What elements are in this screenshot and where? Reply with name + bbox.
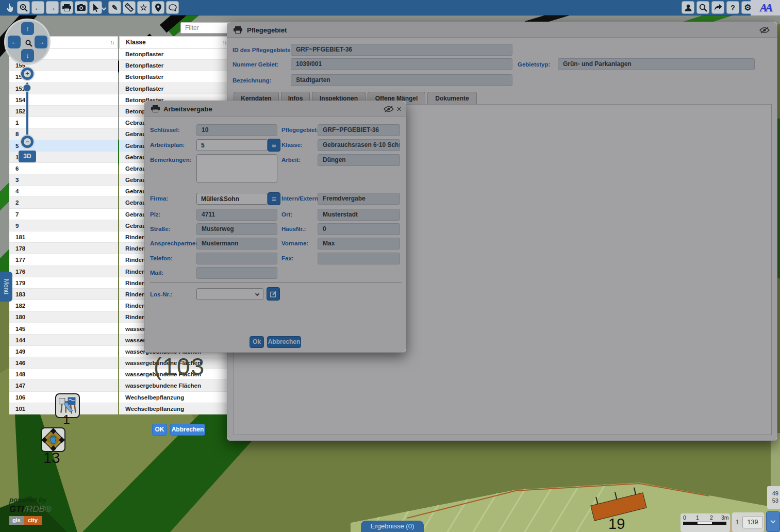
- ruler-icon: [124, 3, 134, 12]
- plus-icon: +: [24, 70, 31, 77]
- pan-left-button[interactable]: ←: [8, 36, 21, 48]
- pan-down-button[interactable]: ↓: [21, 49, 34, 62]
- pan-control-pad: ↑ ← → ↓: [4, 19, 51, 65]
- search-icon: [699, 4, 707, 12]
- scale-tick: 2: [710, 514, 713, 521]
- table-cell: 154: [9, 94, 118, 106]
- scale-dropdown-button[interactable]: [766, 511, 780, 532]
- results-tab[interactable]: Ergebnisse (0): [361, 521, 424, 532]
- scale-bar: [683, 522, 726, 525]
- pan-hand-tool[interactable]: [3, 1, 16, 14]
- zoom-in-icon: [20, 4, 28, 12]
- draw-tool-button[interactable]: ✎: [108, 1, 121, 14]
- ok-button[interactable]: OK: [152, 424, 167, 436]
- scale-tick: 1: [696, 514, 699, 521]
- back-button[interactable]: ←: [31, 1, 44, 14]
- table-cell: 9: [9, 220, 118, 231]
- table-cell: 181: [9, 231, 118, 243]
- column-header-klasse[interactable]: Klasse ↑↓: [119, 36, 230, 48]
- center-magnifier-icon[interactable]: [25, 40, 32, 47]
- table-cell: 3: [9, 174, 118, 186]
- table-cell: 177: [9, 254, 118, 265]
- application-window: (103 1 13 19 powered by GTI/RDB: [0, 0, 780, 532]
- person-icon: [685, 4, 692, 11]
- dialog-dim-overlay: [145, 101, 406, 352]
- screenshot-button[interactable]: [75, 1, 88, 14]
- favorites-button[interactable]: ☆: [137, 1, 150, 14]
- app-logo: AA: [751, 0, 780, 15]
- pan-up-button[interactable]: ↑: [21, 22, 34, 35]
- table-cell: 179: [9, 277, 118, 289]
- sandbox-icon: [42, 428, 64, 451]
- table-cell: wassergebundene Flächen: [119, 380, 230, 391]
- coord-line: 53: [767, 497, 778, 504]
- map-area-label: (103: [154, 353, 205, 380]
- printer-icon: [62, 4, 71, 11]
- star-icon: ☆: [140, 4, 147, 12]
- coordinate-readout: 49 53: [767, 486, 780, 509]
- table-cell: Wechselbepflanzung: [119, 392, 230, 403]
- chevron-down-icon: [771, 519, 776, 524]
- table-cell: 4: [9, 186, 118, 197]
- table-cell: 183: [9, 289, 118, 300]
- arrow-right-icon: →: [49, 4, 56, 11]
- minus-icon: −: [24, 138, 31, 145]
- table-cell: 2: [9, 197, 118, 208]
- gis-city-badge: gis city: [9, 516, 57, 525]
- powered-by-text: powered by: [9, 496, 57, 504]
- search-button[interactable]: [696, 1, 709, 14]
- print-button[interactable]: [60, 1, 73, 14]
- table-cell: 178: [9, 243, 118, 254]
- zoom-out-button[interactable]: −: [20, 135, 35, 149]
- table-cell: 146: [9, 357, 118, 369]
- table-cell: 145: [9, 323, 118, 335]
- location-button[interactable]: [152, 1, 164, 14]
- arbeitsvergabe-dialog: Arbeitsvergabe × Schlüssel: 10 Pflegegeb…: [144, 101, 406, 353]
- scale-tick: 0: [683, 514, 686, 521]
- 3d-view-button[interactable]: 3D: [19, 151, 36, 162]
- pan-right-button[interactable]: →: [35, 36, 47, 48]
- table-cell: 6: [9, 163, 118, 174]
- table-cell: 182: [9, 300, 118, 311]
- sandbox-marker[interactable]: [41, 427, 65, 452]
- arrow-left-icon: ←: [11, 38, 18, 46]
- table-cell: 180: [9, 311, 118, 323]
- table-cell: 1: [9, 117, 118, 128]
- zoom-tool-button[interactable]: [17, 1, 30, 14]
- user-button[interactable]: [682, 1, 694, 14]
- table-cell: Betonpflaster: [119, 48, 230, 60]
- zoom-in-button[interactable]: +: [20, 66, 35, 81]
- table-cell: 147: [9, 380, 118, 391]
- table-cell: 148: [9, 369, 118, 380]
- question-icon: ?: [731, 4, 735, 11]
- hand-pointer-icon: [6, 3, 14, 12]
- zoom-slider-handle[interactable]: [23, 84, 31, 92]
- forward-button[interactable]: →: [46, 1, 59, 14]
- scale-prefix: 1:: [736, 519, 741, 526]
- scale-input[interactable]: [742, 516, 763, 528]
- menu-tab[interactable]: Menü: [0, 272, 12, 302]
- comment-button[interactable]: [166, 1, 179, 14]
- brand-logo: GTI/RDB®: [9, 504, 57, 514]
- main-toolbar: ← → ✎: [0, 0, 780, 15]
- sandbox-marker-label: 13: [43, 450, 60, 467]
- table-cell: 149: [9, 346, 118, 357]
- powered-by-logo: powered by GTI/RDB® gis city: [9, 496, 57, 525]
- cursor-icon: [93, 4, 99, 12]
- playground-marker-label: 1: [63, 412, 70, 427]
- arrow-down-icon: ↓: [26, 52, 29, 59]
- table-cell: 176: [9, 266, 118, 277]
- select-tool-dropdown[interactable]: [101, 1, 107, 14]
- help-button[interactable]: ?: [726, 1, 739, 14]
- table-cell: Betonpflaster: [119, 83, 230, 94]
- measure-tool-button[interactable]: [123, 1, 136, 14]
- cancel-button[interactable]: Abbrechen: [170, 424, 205, 436]
- arrow-right-icon: →: [38, 38, 44, 46]
- table-cell: Betonpflaster: [119, 60, 230, 71]
- sort-icon[interactable]: ↑↓: [110, 37, 114, 48]
- scale-tick: 3m: [721, 514, 729, 521]
- table-cell: Wechselbepflanzung: [119, 403, 230, 414]
- sort-icon[interactable]: ↑↓: [223, 37, 227, 48]
- table-cell: 152: [9, 106, 118, 117]
- share-button[interactable]: [711, 1, 724, 14]
